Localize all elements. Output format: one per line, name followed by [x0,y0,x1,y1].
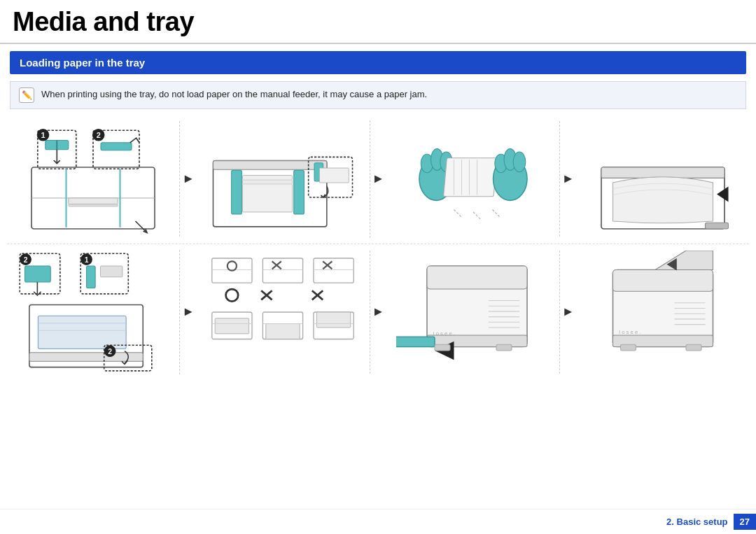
svg-rect-85 [266,323,300,339]
svg-point-76 [226,289,239,302]
svg-rect-91 [427,266,527,289]
svg-rect-103 [496,344,512,351]
section-header: Loading paper in the tray [10,51,746,74]
svg-rect-114 [620,344,636,351]
svg-rect-52 [25,266,51,282]
svg-rect-88 [317,312,351,328]
arrow-r1-3: ► [560,171,577,186]
arrow-r2-1: ► [180,304,197,319]
illus-cell-r2c2 [197,251,370,374]
svg-text:2: 2 [108,347,112,355]
svg-marker-45 [717,187,729,202]
illus-cell-r1c1: 1 2 [7,121,180,237]
svg-rect-46 [705,223,728,229]
note-icon [19,87,34,103]
svg-rect-44 [601,167,724,178]
svg-rect-11 [101,143,132,150]
svg-rect-31 [443,158,496,197]
svg-rect-57 [87,266,96,288]
svg-rect-105 [612,269,713,291]
svg-line-41 [473,212,481,220]
svg-rect-102 [435,344,450,351]
illus-cell-r2c1: 2 1 2 [7,250,180,374]
footer-page-number: 27 [734,514,756,530]
tray-adjust-svg: 1 2 [16,121,170,237]
paper-fan-svg [396,121,550,237]
illus-cell-r2c3: l o s e e . [387,251,560,374]
illustration-row-2: 2 1 2 [7,244,749,380]
svg-rect-20 [294,170,304,214]
svg-rect-18 [214,161,327,170]
printer-done-svg: l o s e e . [586,251,740,374]
svg-text:l o s e e .: l o s e e . [619,328,640,335]
footer-section-label: 2. Basic setup [666,517,727,527]
svg-rect-23 [243,183,293,185]
svg-text:2: 2 [97,131,101,139]
tray-open-svg [206,120,360,238]
svg-text:1: 1 [41,131,46,139]
arrow-r1-1: ► [180,171,197,186]
svg-rect-58 [101,266,122,277]
arrow-r2-2: ► [370,304,387,319]
paper-load-svg [586,121,740,237]
svg-rect-82 [216,318,249,333]
illus-cell-r1c3 [387,121,560,237]
svg-rect-68 [263,258,303,283]
illustration-row-1: 1 2 [7,115,749,244]
paper-insert-svg: 2 1 2 [16,250,170,374]
svg-rect-72 [314,258,354,283]
printer-load-svg: l o s e e . [396,251,550,374]
svg-rect-115 [686,344,701,351]
svg-rect-59 [38,316,127,349]
svg-line-40 [454,210,461,218]
svg-text:1: 1 [85,255,89,263]
page-footer: 2. Basic setup 27 [0,509,756,534]
illus-cell-r1c2 [197,120,370,238]
illustrations-area: 1 2 [0,115,756,380]
svg-rect-100 [396,337,435,346]
svg-text:2: 2 [24,255,28,263]
svg-rect-48 [29,352,143,361]
note-text: When printing using the tray, do not loa… [41,87,427,101]
svg-rect-19 [232,170,242,214]
svg-line-42 [492,210,500,218]
svg-line-16 [136,221,148,233]
note-box: When printing using the tray, do not loa… [10,81,746,109]
illus-cell-r1c4 [577,121,749,237]
svg-rect-14 [69,198,118,204]
illus-cell-r2c4: l o s e e . [577,251,749,374]
page-header: Media and tray [0,0,756,44]
svg-point-67 [227,261,237,270]
svg-rect-26 [320,168,349,183]
paper-align-svg [206,251,360,374]
svg-rect-15 [69,204,118,206]
svg-rect-22 [243,179,293,181]
arrow-r1-2: ► [370,171,387,186]
svg-point-39 [513,152,526,172]
page-title: Media and tray [13,7,743,37]
arrow-r2-3: ► [560,304,577,319]
